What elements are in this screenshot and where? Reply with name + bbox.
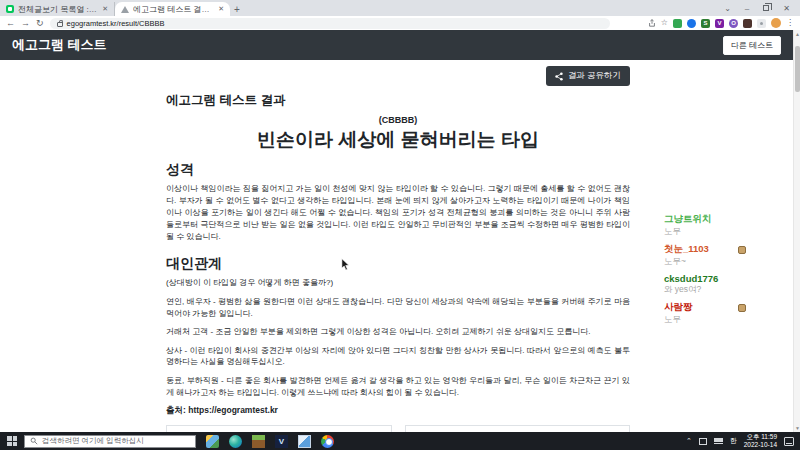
taskbar: 검색하려면 여기에 입력하십시 V ⌃ 한 오후 11:59 2022-10-1… [0,432,800,450]
minecraft-icon[interactable] [252,435,265,448]
forward-icon[interactable]: → [21,19,30,28]
clock-time: 오후 11:59 [744,433,777,441]
back-icon[interactable]: ← [6,19,15,28]
chat-message: cksdud1776 와 yes여? [664,273,746,296]
bookmark-star-icon[interactable]: ☆ [661,19,668,27]
windows-logo-icon [7,436,17,446]
reload-icon[interactable]: ↻ [36,19,44,28]
tab-search-icon[interactable]: ⌄ [724,4,731,13]
extensions-puzzle-icon[interactable] [757,19,766,28]
share-result-button[interactable]: 결과 공유하기 [546,66,630,86]
chat-message: 사람짱 노무 [664,301,746,326]
tab-title: 에고그램 테스트 결과 - CBBBB [133,4,214,15]
chat-username: 그냥트위치 [664,213,712,226]
screen: 전체글보기 목록열 : 증권 거시 ✕ 에고그램 테스트 결과 - CBBBB … [0,0,800,450]
extension-icon[interactable] [673,19,682,28]
chat-message: 첫눈_1103 노무~ [664,243,746,268]
chat-text: 노무 [664,314,746,326]
relationship-paragraph: 연인, 배우자 - 평범한 삶을 원한다면 이런 상대도 괜찮습니다. 다만 당… [166,296,630,319]
blog-favicon [6,5,14,13]
taskbar-clock[interactable]: 오후 11:59 2022-10-14 [744,433,777,450]
start-button[interactable] [0,436,24,446]
ime-indicator[interactable]: 한 [730,436,737,446]
chat-message: 그냥트위치 노무 [664,213,746,238]
relationship-paragraph: 상사 - 이런 타입이 회사의 중견간부 이상의 자리에 앉아 있다면 그다지 … [166,345,630,368]
address-bar[interactable]: egogramtest.kr/result/CBBBB [50,18,610,29]
relationship-paragraph: 거래처 고객 - 조금 안일한 부분을 제외하면 그렇게 이상한 성격은 아닙니… [166,326,630,338]
chat-overlay: 그냥트위치 노무 첫눈_1103 노무~ cksdud1776 와 yes여? … [664,213,746,331]
new-tab-button[interactable]: + [230,2,244,16]
clock-date: 2022-10-14 [744,441,777,449]
hidden-icons-chevron[interactable]: ⌃ [686,437,692,445]
share-label: 결과 공유하기 [568,70,621,82]
egogram-favicon [121,6,129,13]
action-center-icon[interactable] [784,437,794,446]
chat-username: cksdud1776 [664,273,718,284]
taskbar-search[interactable]: 검색하려면 여기에 입력하십시 [24,435,196,448]
chat-username: 사람짱 [664,301,693,314]
search-icon [30,437,38,445]
go-main-button[interactable]: 메인 화면으로 [405,425,631,432]
mouse-cursor [341,258,350,271]
extension-icon[interactable] [687,19,696,28]
extension-icon[interactable]: S [701,19,710,28]
relationship-paragraph: 동료, 부하직원 - 다른 좋은 회사를 발견하면 언제든 옮겨 갈 생각을 하… [166,375,630,398]
taskbar-apps: V [206,435,334,448]
scrollbar-thumb[interactable] [795,46,800,92]
search-placeholder: 검색하려면 여기에 입력하십시 [42,436,144,446]
browser-tab-strip: 전체글보기 목록열 : 증권 거시 ✕ 에고그램 테스트 결과 - CBBBB … [0,0,800,16]
tab-egogram-result[interactable]: 에고그램 테스트 결과 - CBBBB ✕ [115,2,230,16]
chat-text: 노무~ [664,256,746,268]
chat-emote-icon [738,304,746,312]
close-button[interactable]: ✕ [783,4,790,13]
page-scrollbar[interactable]: ▲ ▼ [793,30,800,432]
relationship-note: (상대방이 이 타입일 경우 어떻게 하면 좋을까?) [166,277,630,288]
lock-icon [57,22,63,27]
system-tray: ⌃ 한 오후 11:59 2022-10-14 [686,433,800,450]
site-title: 에고그램 테스트 [12,36,107,54]
window-controls: ⌄ – ✕ [724,0,800,16]
relationship-heading: 대인관계 [166,255,630,273]
retry-test-button[interactable]: 테스트 다시하기 [166,425,392,432]
profile-avatar[interactable] [771,18,781,28]
chrome-icon[interactable] [321,435,334,448]
browser-menu-icon[interactable]: ⋮ [786,19,794,27]
result-type-title: 빈손이라 세상에 묻혀버리는 타입 [166,127,630,153]
result-code: (CBBBB) [166,115,630,125]
extension-icon[interactable]: V [715,19,724,28]
personality-body: 이상이나 책임이라는 짐을 짊어지고 가는 일이 천성에 맞지 않는 타입이라 … [166,183,630,243]
tab-blog[interactable]: 전체글보기 목록열 : 증권 거시 ✕ [0,2,115,16]
extension-icon[interactable] [743,19,752,28]
edge-icon[interactable] [229,435,242,448]
scroll-up-icon[interactable]: ▲ [794,30,800,38]
paint-app-icon[interactable] [298,435,311,448]
source-link[interactable]: 출처: https://egogramtest.kr [166,405,630,417]
scroll-down-icon[interactable]: ▼ [794,424,800,432]
minimize-button[interactable]: – [745,4,749,13]
tab-close-icon[interactable]: ✕ [218,5,224,13]
url-text[interactable]: egogramtest.kr/result/CBBBB [67,19,165,28]
share-icon [555,72,563,81]
photos-app-icon[interactable] [206,435,219,448]
content-container: 결과 공유하기 에고그램 테스트 결과 (CBBBB) 빈손이라 세상에 묻혀버… [166,66,630,432]
other-tests-button[interactable]: 다른 테스트 [723,36,781,55]
tab-title: 전체글보기 목록열 : 증권 거시 [18,4,98,15]
personality-heading: 성격 [166,161,630,179]
chat-emote-icon [738,246,746,254]
tray-device-icon[interactable] [699,438,707,445]
restore-button[interactable] [763,5,769,11]
browser-toolbar: ← → ↻ egogramtest.kr/result/CBBBB ☆ S V … [0,16,800,30]
site-header: 에고그램 테스트 다른 테스트 [0,30,793,60]
toolbar-icons: ☆ S V O ⋮ [648,18,794,28]
page-share-icon[interactable] [648,19,656,27]
v-app-icon[interactable]: V [275,435,288,448]
chat-username: 첫눈_1103 [664,243,709,256]
tab-close-icon[interactable]: ✕ [102,5,108,13]
tray-monitor-icon[interactable] [714,438,723,444]
result-heading: 에고그램 테스트 결과 [166,92,630,109]
chat-text: 와 yes여? [664,284,746,296]
chat-text: 노무 [664,226,746,238]
extension-icon[interactable]: O [729,19,738,28]
